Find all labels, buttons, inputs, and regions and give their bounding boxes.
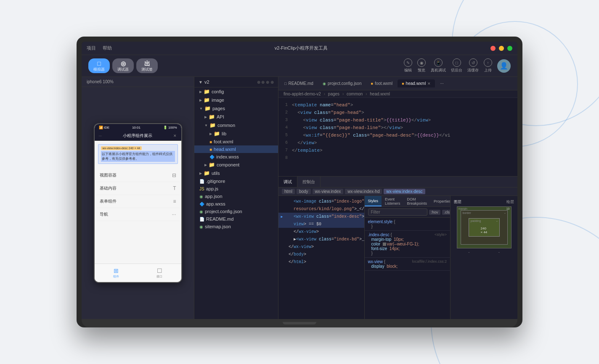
tree-item-pages[interactable]: ▼ 📁 pages xyxy=(194,104,278,113)
test-button[interactable]: 出 测试签 xyxy=(136,58,158,74)
tab-more[interactable]: ··· xyxy=(436,79,448,87)
component-nav-icon: ⊞ xyxy=(114,267,119,274)
styles-panel: Styles Event Listeners DOM Breakpoints P… xyxy=(364,196,451,319)
tab-head-wxml[interactable]: ■ head.wxml ✕ xyxy=(398,79,435,87)
tree-item-API[interactable]: ▶ 📁 API xyxy=(194,113,278,121)
box-model-visual: margin 10 border - padding - xyxy=(457,206,512,248)
app-title: v2-FinClip小程序开发工具 xyxy=(112,45,490,51)
tree-item-common[interactable]: ▼ 📁 common xyxy=(194,121,278,129)
html-bc-body[interactable]: body xyxy=(297,189,311,194)
code-line-6: 6 </view> xyxy=(278,139,517,147)
filter-badge-hov[interactable]: :hov xyxy=(429,210,440,215)
menu-item-project[interactable]: 项目 xyxy=(87,45,96,51)
tree-item--gitignore[interactable]: 📄 .gitignore xyxy=(194,177,278,185)
box-model-tab-diagram[interactable]: 图层 xyxy=(454,199,461,205)
tab-readme[interactable]: □ README.md xyxy=(280,79,318,87)
phone-time: 10:01 xyxy=(132,126,140,129)
bottom-nav-component[interactable]: ⊞ 组件 xyxy=(95,264,138,282)
tree-item-label: README.md xyxy=(206,216,233,222)
nav-item-navigation[interactable]: 导航 ··· xyxy=(96,208,180,221)
tree-item-utils[interactable]: ▶ 📁 utils xyxy=(194,169,278,177)
filter-badge-cls[interactable]: .cls xyxy=(442,210,450,215)
box-model-dimensions: 240 × 44 xyxy=(481,227,488,234)
tab-event-listeners[interactable]: Event Listeners xyxy=(382,196,404,206)
tree-item-config[interactable]: ▶ 📁 config xyxy=(194,87,278,96)
tree-item-component[interactable]: ▶ 📁 component xyxy=(194,161,278,169)
tab-styles[interactable]: Styles xyxy=(365,196,382,206)
clear-cache-action[interactable]: ↺ 清缓存 xyxy=(467,58,479,73)
dom-line-5: </wx-view> xyxy=(278,228,364,235)
html-bc-wx-view-desc[interactable]: wx-view.index-desc xyxy=(384,189,425,194)
tab-foot-wxml[interactable]: ■ foot.wxml xyxy=(367,79,397,87)
tree-item-app-json[interactable]: ◉ app.json xyxy=(194,193,278,200)
html-bc-wx-view-index[interactable]: wx-view.index xyxy=(313,189,344,194)
real-device-action[interactable]: 📱 真机调试 xyxy=(431,58,446,73)
tab-close-icon[interactable]: ✕ xyxy=(427,82,431,86)
css-rule-element-style: element.style { } xyxy=(365,218,451,231)
phone-nav-items: 视图容器 ⊟ 基础内容 T 表单组件 ≡ xyxy=(95,167,181,223)
tree-item-index-wxss[interactable]: 🔷 index.wxss xyxy=(194,153,278,161)
filter-bar: :hov .cls + xyxy=(365,207,451,218)
tree-item-app-wxss[interactable]: 🔷 app.wxss xyxy=(194,200,278,208)
simulator-panel: iphone6 100% 📶 IDE 10:01 🔋 100% ··· 小程序组… xyxy=(82,77,194,319)
tree-item-README-md[interactable]: 📄 README.md xyxy=(194,215,278,223)
tree-item-label: component xyxy=(217,162,239,167)
phone-title: 小程序组件展示 xyxy=(123,133,152,139)
clear-cache-icon: ↺ xyxy=(469,58,477,67)
phone-highlight-box: wx-view.index-desc 240 × 44 以下将展示小程序官方组件… xyxy=(98,144,178,164)
box-model-tab-layer[interactable]: 绘层 xyxy=(506,199,514,205)
tree-item-image[interactable]: ▶ 📁 image xyxy=(194,96,278,104)
dom-panel: <wx-image class="index-logo" src="../res… xyxy=(278,196,364,319)
phone-frame: 📶 IDE 10:01 🔋 100% ··· 小程序组件展示 ✕ xyxy=(82,87,194,319)
tree-item-lib[interactable]: ▶ 📁 lib xyxy=(194,129,278,138)
nav-icon-basic: T xyxy=(173,185,176,191)
debugger-label: 调试器 xyxy=(117,67,129,72)
edit-action[interactable]: ✎ 编辑 xyxy=(404,58,412,73)
tree-item-app-js[interactable]: JS app.js xyxy=(194,185,278,193)
debugger-icon: ◎ xyxy=(121,60,126,67)
phone-title-bar: ··· 小程序组件展示 ✕ xyxy=(95,131,181,141)
window-controls xyxy=(490,46,512,51)
menu-item-help[interactable]: 帮助 xyxy=(103,45,112,51)
box-model-margin: margin 10 border - padding - xyxy=(457,206,512,248)
tree-item-foot-wxml[interactable]: ■ foot.wxml xyxy=(194,138,278,145)
nav-item-basic-content[interactable]: 基础内容 T xyxy=(96,182,180,195)
minimize-button[interactable] xyxy=(499,46,504,51)
upload-action[interactable]: ↑ 上传 xyxy=(484,58,492,73)
html-bc-wx-view-hd[interactable]: wx-view.index-hd xyxy=(345,189,382,194)
bottom-nav-api[interactable]: ☐ 接口 xyxy=(138,264,181,282)
nav-item-form[interactable]: 表单组件 ≡ xyxy=(96,195,180,208)
tree-item-project-config-json[interactable]: ◉ project.config.json xyxy=(194,208,278,215)
maximize-button[interactable] xyxy=(507,46,512,51)
preview-action[interactable]: ◉ 预览 xyxy=(417,58,426,73)
code-line-7: 7 </template> xyxy=(278,147,517,154)
filter-input[interactable] xyxy=(368,208,427,216)
tree-root-icon: ▼ xyxy=(199,80,203,84)
devtools-tab-elements[interactable]: 调试 xyxy=(278,177,297,187)
close-button[interactable] xyxy=(490,46,496,51)
code-area: 1 <template name="head"> 2 <view class="… xyxy=(278,98,517,165)
user-avatar[interactable]: 👤 xyxy=(497,59,511,73)
tree-item-label: config xyxy=(212,89,224,94)
debugger-button[interactable]: ◎ 调试器 xyxy=(112,58,134,74)
tab-properties[interactable]: Properties xyxy=(430,196,450,206)
tab-project-config[interactable]: ◉ project.config.json xyxy=(318,79,366,87)
breadcrumb-sep-1: › xyxy=(324,92,325,96)
devtools-panel: 调试 控制台 html body wx-view.index wx-view.i… xyxy=(278,176,517,319)
box-model-panel: 图层 绘层 margin 10 border - xyxy=(450,196,517,319)
tree-item-label: app.wxss xyxy=(206,201,225,206)
tree-item-label: app.json xyxy=(205,194,223,199)
simulator-button[interactable]: □ 模拟器 xyxy=(88,58,110,74)
dom-code: <wx-image class="index-logo" src="../res… xyxy=(278,196,364,267)
devtools-tab-console[interactable]: 控制台 xyxy=(297,177,321,187)
tree-item-sitemap-json[interactable]: ◉ sitemap.json xyxy=(194,223,278,230)
background-action[interactable]: □ 切后台 xyxy=(451,58,462,73)
dom-line-8: </body> xyxy=(278,251,364,258)
html-bc-html[interactable]: html xyxy=(282,189,295,194)
simulator-header: iphone6 100% xyxy=(82,77,194,87)
tree-item-label: index.wxss xyxy=(216,154,239,159)
nav-item-view-container[interactable]: 视图容器 ⊟ xyxy=(96,169,180,182)
tree-item-head-wxml[interactable]: ■ head.wxml xyxy=(194,145,278,153)
tree-item-label: head.wxml xyxy=(214,147,236,152)
tab-dom-breakpoints[interactable]: DOM Breakpoints xyxy=(404,196,431,206)
